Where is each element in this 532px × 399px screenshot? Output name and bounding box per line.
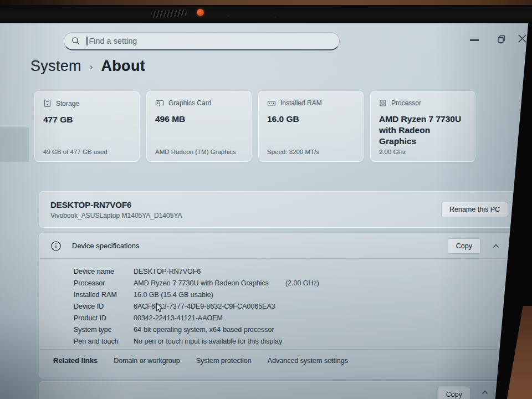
minimize-button[interactable] xyxy=(470,39,479,41)
spec-label: Device ID xyxy=(74,303,134,310)
spec-label: Processor xyxy=(74,279,134,287)
spec-row: Product ID 00342-22413-41121-AAOEM xyxy=(74,314,516,322)
gpu-icon xyxy=(155,99,164,107)
rename-pc-button[interactable]: Rename this PC xyxy=(441,202,508,217)
spec-value: AMD Ryzen 7 7730U with Radeon Graphics xyxy=(134,279,269,287)
card-value: 496 MB xyxy=(155,114,243,125)
settings-window: Find a setting System › About xyxy=(0,23,532,399)
card-label: Storage xyxy=(56,100,79,108)
card-detail: Speed: 3200 MT/s xyxy=(267,149,319,155)
storage-card: Storage 477 GB 49 GB of 477 GB used xyxy=(34,91,140,162)
device-model: Vivobook_ASUSLaptop M1405YA_D1405YA xyxy=(50,212,182,219)
related-links: Related links Domain or workgroup System… xyxy=(39,350,516,365)
device-spec-rows: Device name DESKTOP-RN7VOF6 Processor AM… xyxy=(39,259,516,345)
processor-card: Processor AMD Ryzen 7 7730U with Radeon … xyxy=(370,91,475,162)
close-button[interactable] xyxy=(518,34,527,43)
background-desk-corner xyxy=(500,306,532,399)
spec-value: 6ACF6813-7377-4DE9-8632-C9FCA0065EA3 xyxy=(134,303,275,310)
search-icon xyxy=(71,37,80,45)
related-links-label: Related links xyxy=(53,356,98,365)
link-domain-or-workgroup[interactable]: Domain or workgroup xyxy=(114,357,180,365)
copy-windows-specs-button[interactable]: Copy xyxy=(438,387,470,399)
text-caret xyxy=(86,37,88,45)
card-detail: AMD Radeon (TM) Graphics xyxy=(155,149,236,155)
breadcrumb-separator-icon: › xyxy=(90,62,93,73)
device-name-panel: DESKTOP-RN7VOF6 Vivobook_ASUSLaptop M140… xyxy=(39,191,516,228)
mouse-cursor-icon xyxy=(156,303,163,314)
spec-row: Installed RAM 16.0 GB (15.4 GB usable) xyxy=(74,291,516,299)
link-system-protection[interactable]: System protection xyxy=(196,357,252,365)
info-icon xyxy=(50,241,62,252)
spec-label: Product ID xyxy=(74,314,134,322)
microphone-pinhole xyxy=(227,15,229,17)
card-detail: 2.00 GHz xyxy=(379,149,406,155)
breadcrumb: System › About xyxy=(30,58,145,75)
search-placeholder: Find a setting xyxy=(89,37,137,45)
device-specifications-panel: Device specifications Copy Device name D… xyxy=(39,233,516,378)
search-input[interactable]: Find a setting xyxy=(64,32,340,50)
copy-device-specs-button[interactable]: Copy xyxy=(448,238,480,254)
laptop-bezel xyxy=(0,5,532,23)
webcam-shutter-grille xyxy=(151,8,188,18)
spec-row: Device name DESKTOP-RN7VOF6 xyxy=(74,268,516,275)
storage-icon xyxy=(43,99,52,108)
device-specifications-header[interactable]: Device specifications Copy xyxy=(39,233,516,259)
card-label: Processor xyxy=(391,99,421,107)
card-value: 477 GB xyxy=(43,114,131,125)
chevron-up-icon[interactable] xyxy=(482,390,488,395)
spec-value: 00342-22413-41121-AAOEM xyxy=(134,314,223,322)
ram-icon xyxy=(267,100,276,107)
chevron-up-icon[interactable] xyxy=(493,244,499,248)
spec-label: Device name xyxy=(74,268,134,275)
cpu-icon xyxy=(379,99,387,107)
screen-reflection xyxy=(0,127,29,162)
microphone-pinhole xyxy=(274,16,276,18)
spec-row: Pen and touch No pen or touch input is a… xyxy=(74,337,516,345)
webcam-privacy-led-icon xyxy=(197,9,204,16)
summary-cards: Storage 477 GB 49 GB of 477 GB used Grap… xyxy=(34,91,475,162)
spec-extra: (2.00 GHz) xyxy=(285,279,319,287)
spec-value: 16.0 GB (15.4 GB usable) xyxy=(134,291,213,299)
spec-label: Pen and touch xyxy=(74,337,134,345)
spec-label: Installed RAM xyxy=(74,291,134,299)
windows-specifications-panel: Copy xyxy=(39,381,516,399)
card-label: Installed RAM xyxy=(280,99,322,107)
spec-value: 64-bit operating system, x64-based proce… xyxy=(134,326,274,334)
card-label: Graphics Card xyxy=(168,99,211,107)
spec-value: No pen or touch input is available for t… xyxy=(134,337,282,345)
ram-card: Installed RAM 16.0 GB Speed: 3200 MT/s xyxy=(258,91,364,162)
section-title: Device specifications xyxy=(72,242,139,250)
card-value: 16.0 GB xyxy=(267,114,355,125)
spec-row: Processor AMD Ryzen 7 7730U with Radeon … xyxy=(74,279,516,287)
graphics-card: Graphics Card 496 MB AMD Radeon (TM) Gra… xyxy=(146,91,252,162)
spec-row: Device ID 6ACF6813-7377-4DE9-8632-C9FCA0… xyxy=(74,303,516,310)
device-name: DESKTOP-RN7VOF6 xyxy=(50,200,182,209)
page-title: About xyxy=(101,58,145,75)
card-value: AMD Ryzen 7 7730U with Radeon Graphics xyxy=(379,114,467,147)
restore-button[interactable] xyxy=(497,35,506,44)
breadcrumb-system[interactable]: System xyxy=(30,58,81,75)
spec-row: System type 64-bit operating system, x64… xyxy=(74,326,516,334)
laptop-photo: Find a setting System › About xyxy=(0,0,532,399)
spec-value: DESKTOP-RN7VOF6 xyxy=(134,268,201,275)
background-desk xyxy=(0,0,532,5)
link-advanced-system-settings[interactable]: Advanced system settings xyxy=(268,357,348,365)
spec-label: System type xyxy=(74,326,134,334)
card-detail: 49 GB of 477 GB used xyxy=(43,149,108,155)
